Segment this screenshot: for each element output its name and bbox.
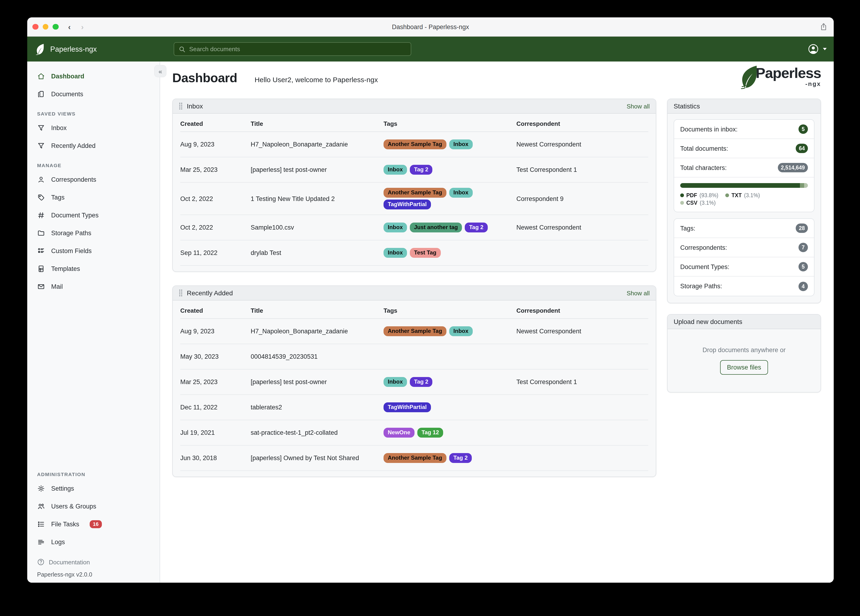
- app-version: Paperless-ngx v2.0.0: [37, 568, 160, 578]
- table-row[interactable]: May 30, 2023 0004814539_20230531: [180, 344, 648, 369]
- column-header-created: Created: [180, 120, 251, 127]
- share-icon[interactable]: [820, 17, 827, 36]
- tasks-icon: [37, 520, 45, 528]
- sidebar-item-settings[interactable]: Settings: [27, 479, 160, 497]
- gear-icon: [37, 484, 45, 492]
- documentation-link[interactable]: Documentation: [37, 556, 160, 568]
- drag-handle-icon[interactable]: [179, 289, 183, 297]
- column-header-tags: Tags: [383, 307, 516, 314]
- browse-files-button[interactable]: Browse files: [720, 360, 768, 375]
- recently-added-show-all-link[interactable]: Show all: [627, 289, 650, 297]
- tag-chip-tagwithpartial[interactable]: TagWithPartial: [383, 402, 431, 412]
- tag-chip-just-another-tag[interactable]: Just another tag: [410, 223, 462, 233]
- tag-chip-inbox[interactable]: Inbox: [449, 188, 473, 198]
- tag-chip-inbox[interactable]: Inbox: [383, 248, 407, 258]
- tag-chip-inbox[interactable]: Inbox: [383, 377, 407, 387]
- tag-chip-inbox[interactable]: Inbox: [383, 223, 407, 233]
- folder-icon: [37, 229, 45, 237]
- sidebar-item-logs[interactable]: Logs: [27, 533, 160, 551]
- stat-row-storage-paths: Storage Paths:4: [674, 277, 814, 296]
- table-row[interactable]: Aug 9, 2023 H7_Napoleon_Bonaparte_zadani…: [180, 319, 648, 344]
- sidebar-item-tags[interactable]: Tags: [27, 188, 160, 206]
- stat-value-badge: 5: [799, 262, 808, 271]
- sidebar-collapse-button[interactable]: «: [154, 65, 166, 77]
- account-menu[interactable]: [807, 43, 827, 55]
- app-brand-label: Paperless-ngx: [50, 45, 97, 53]
- sidebar-admin-nav: SettingsUsers & GroupsFile Tasks16Logs: [27, 479, 160, 551]
- cell-created: Mar 25, 2023: [180, 166, 251, 173]
- sidebar-item-documents[interactable]: Documents: [27, 85, 160, 103]
- back-button[interactable]: ‹: [68, 23, 71, 31]
- sidebar-item-document-types[interactable]: Document Types: [27, 206, 160, 224]
- search-input[interactable]: [189, 46, 406, 53]
- tag-chip-test-tag[interactable]: Test Tag: [410, 248, 441, 258]
- tag-chip-another-sample-tag[interactable]: Another Sample Tag: [383, 188, 446, 198]
- close-button[interactable]: [32, 24, 38, 30]
- paperless-logo-text: Paperless -ngx: [756, 66, 821, 87]
- manage-label: MANAGE: [27, 154, 160, 170]
- tag-chip-tag-2[interactable]: Tag 2: [410, 377, 433, 387]
- user-avatar-icon: [807, 43, 819, 55]
- bar-segment-txt: [800, 183, 804, 188]
- sidebar-item-inbox[interactable]: Inbox: [27, 119, 160, 137]
- zoom-button[interactable]: [53, 24, 58, 30]
- column-header-tags: Tags: [383, 120, 516, 127]
- table-row[interactable]: Mar 25, 2023 [paperless] test post-owner…: [180, 369, 648, 395]
- stat-label: Correspondents:: [680, 244, 727, 251]
- cell-title: [paperless] test post-owner: [251, 379, 383, 385]
- sidebar-manage-nav: CorrespondentsTagsDocument TypesStorage …: [27, 170, 160, 295]
- sidebar-item-dashboard[interactable]: Dashboard: [27, 67, 160, 85]
- minimize-button[interactable]: [42, 24, 49, 30]
- global-search[interactable]: [174, 42, 411, 56]
- main-content: Dashboard Hello User2, welcome to Paperl…: [160, 61, 834, 583]
- tag-chip-newone[interactable]: NewOne: [383, 428, 414, 438]
- tag-chip-another-sample-tag[interactable]: Another Sample Tag: [383, 140, 446, 149]
- table-row[interactable]: Dec 11, 2022 tablerates2 TagWithPartial: [180, 395, 648, 420]
- sidebar-item-mail[interactable]: Mail: [27, 278, 160, 295]
- page-title: Dashboard: [172, 71, 237, 85]
- sidebar-item-storage-paths[interactable]: Storage Paths: [27, 224, 160, 242]
- cell-tags: InboxTag 2: [383, 376, 516, 388]
- table-row[interactable]: Aug 9, 2023 H7_Napoleon_Bonaparte_zadani…: [180, 132, 648, 157]
- sidebar-item-label: Correspondents: [51, 176, 96, 183]
- upload-dropzone[interactable]: Drop documents anywhere or Browse files: [667, 329, 821, 392]
- tag-chip-tag-12[interactable]: Tag 12: [417, 428, 443, 438]
- tag-chip-tag-2[interactable]: Tag 2: [410, 165, 433, 174]
- legend-dot: [725, 193, 729, 197]
- tag-chip-inbox[interactable]: Inbox: [449, 140, 473, 149]
- table-row[interactable]: Oct 2, 2022 Sample100.csv InboxJust anot…: [180, 215, 648, 240]
- column-header-created: Created: [180, 307, 251, 314]
- tag-chip-tag-2[interactable]: Tag 2: [465, 223, 488, 233]
- sidebar-item-users-groups[interactable]: Users & Groups: [27, 497, 160, 515]
- table-row[interactable]: Mar 25, 2023 [paperless] test post-owner…: [180, 157, 648, 183]
- tag-chip-another-sample-tag[interactable]: Another Sample Tag: [383, 453, 446, 463]
- cell-created: Oct 2, 2022: [180, 224, 251, 231]
- tag-chip-inbox[interactable]: Inbox: [383, 165, 407, 174]
- drag-handle-icon[interactable]: [179, 102, 183, 110]
- documents-icon: [37, 90, 45, 98]
- tag-chip-another-sample-tag[interactable]: Another Sample Tag: [383, 326, 446, 336]
- cell-tags: Another Sample TagInboxTagWithPartial: [383, 187, 516, 211]
- sidebar-item-label: Users & Groups: [51, 503, 96, 510]
- cell-correspondent: Newest Correspondent: [516, 224, 648, 231]
- stat-row-total-documents: Total documents:64: [674, 139, 814, 158]
- inbox-show-all-link[interactable]: Show all: [627, 102, 650, 110]
- sidebar-item-correspondents[interactable]: Correspondents: [27, 170, 160, 188]
- table-row[interactable]: Jun 30, 2018 [paperless] Owned by Test N…: [180, 446, 648, 471]
- table-row[interactable]: Sep 11, 2022 drylab Test InboxTest Tag: [180, 240, 648, 266]
- stat-label: Documents in inbox:: [680, 126, 738, 133]
- table-row[interactable]: Jul 19, 2021 sat-practice-test-1_pt2-col…: [180, 420, 648, 446]
- tag-chip-inbox[interactable]: Inbox: [449, 326, 473, 336]
- sidebar-item-label: Document Types: [51, 212, 99, 218]
- sidebar-item-custom-fields[interactable]: Custom Fields: [27, 242, 160, 260]
- sidebar-item-file-tasks[interactable]: File Tasks16: [27, 515, 160, 533]
- forward-button[interactable]: ›: [81, 23, 83, 31]
- sidebar-item-recently-added[interactable]: Recently Added: [27, 137, 160, 154]
- tag-chip-tagwithpartial[interactable]: TagWithPartial: [383, 200, 431, 209]
- sidebar-item-templates[interactable]: Templates: [27, 260, 160, 278]
- table-row[interactable]: Oct 2, 2022 1 Testing New Title Updated …: [180, 183, 648, 215]
- app-brand[interactable]: Paperless-ngx: [35, 43, 174, 55]
- sidebar-item-label: Templates: [51, 265, 80, 272]
- tag-chip-tag-2[interactable]: Tag 2: [449, 453, 472, 463]
- bar-segment-pdf: [680, 183, 800, 188]
